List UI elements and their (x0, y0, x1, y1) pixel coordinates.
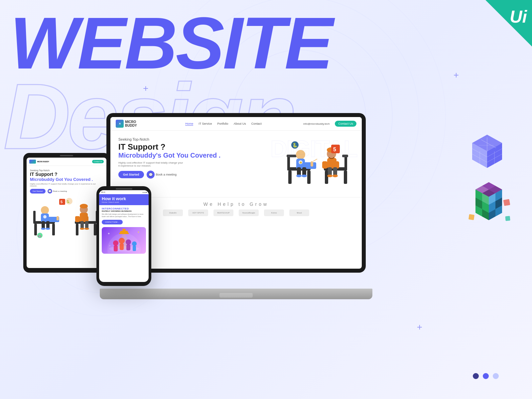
svg-rect-43 (287, 156, 290, 171)
site-nav-email: info@microbuddy.tech (303, 122, 330, 125)
svg-point-98 (80, 228, 84, 230)
svg-rect-82 (42, 221, 45, 228)
hero-text: Seeking Top-Notch IT Support ? Microbudd… (118, 137, 281, 191)
tablet-illustration: 5 🐍 🤖 (30, 196, 103, 239)
hero-title: IT Support ? (118, 143, 281, 151)
ui-badge: Ui (485, 0, 532, 47)
site-logo: ✕ MICROBUDDY (116, 120, 137, 128)
svg-point-45 (296, 150, 305, 159)
phone-section-desc: We offer both design and software develo… (102, 213, 146, 218)
hero-highlight: Microbuddy's Got You Covered . (118, 151, 281, 159)
svg-rect-44 (287, 155, 297, 157)
hero-subtitle: Seeking Top-Notch (118, 137, 281, 141)
phone-status-bar: 09:41 ▲▲■ (99, 190, 149, 194)
svg-point-85 (46, 228, 50, 230)
svg-rect-94 (75, 216, 80, 222)
svg-rect-83 (46, 221, 50, 228)
svg-text:🤖: 🤖 (38, 234, 41, 237)
dots-decoration (473, 373, 499, 379)
nav-portfolio: Portfolio (217, 122, 228, 126)
svg-rect-114 (120, 243, 124, 250)
phone-page-title: How it work (102, 196, 146, 201)
svg-marker-110 (119, 231, 129, 234)
svg-text:✦: ✦ (107, 232, 110, 235)
companies-logos: DialedIn HOT SPOTS BENTECHUP financeBeag… (117, 209, 355, 216)
nav-contact: Contact (251, 122, 262, 126)
plus-decorator-3: + (417, 322, 422, 332)
svg-rect-89 (94, 224, 96, 235)
tablet-hero-title: IT Support ? (30, 172, 103, 177)
site-logo-text: MICROBUDDY (125, 120, 137, 127)
plus-decorator-2: + (454, 70, 459, 80)
plus-decorator-1: + (143, 83, 148, 94)
badge-text: Ui (510, 7, 527, 27)
tablet-contact-btn: Contact Us (92, 160, 104, 163)
phone-section-tag: INTERCONNECTED (102, 207, 146, 210)
svg-rect-81 (57, 216, 59, 220)
tablet-notch (60, 155, 73, 156)
site-nav-links: Home IT Service Portfolio About Us Conta… (144, 122, 304, 126)
svg-point-78 (41, 206, 49, 214)
svg-rect-50 (302, 167, 306, 176)
svg-rect-96 (80, 221, 84, 228)
laptop-site-nav: ✕ MICROBUDDY Home IT Service Portfolio A… (110, 117, 362, 131)
phone-illustration: ✦ ✦ ✦ (102, 227, 146, 254)
phone-breadcrumb: Home / How it work (102, 201, 146, 203)
company-logo-6: Mood (289, 209, 309, 216)
book-icon: 💬 (147, 171, 155, 179)
company-logo-1: DialedIn (163, 209, 183, 216)
svg-rect-58 (344, 171, 347, 184)
svg-point-84 (41, 228, 46, 230)
tablet-book-icon: 💬 (48, 189, 52, 194)
svg-rect-97 (85, 221, 88, 228)
svg-rect-88 (76, 224, 78, 235)
svg-rect-60 (342, 155, 348, 157)
hero-buttons: Get Started 💬 Book a meeting (118, 171, 281, 179)
svg-point-69 (332, 175, 338, 177)
tablet-nav: MICRO BUDDY Contact Us (27, 158, 106, 166)
phone-contact-btn: CONTACT NOW ... (102, 220, 123, 224)
svg-rect-109 (122, 229, 126, 231)
phone-header-bar: How it work Home / How it work (99, 194, 149, 205)
svg-text:✦: ✦ (109, 245, 111, 247)
svg-point-51 (296, 175, 302, 177)
tablet-hero-desc: Highly cost-effective IT support that to… (30, 183, 103, 187)
hero-get-started-btn: Get Started (118, 171, 144, 178)
laptop-base (100, 289, 372, 299)
phone-status-icons: ▲▲■ (142, 191, 147, 193)
svg-text:5: 5 (61, 200, 63, 204)
svg-text:✦: ✦ (137, 231, 140, 234)
company-logo-2: HOT SPOTS (188, 209, 208, 216)
svg-line-53 (313, 159, 317, 161)
svg-point-92 (80, 204, 88, 208)
grow-text: We Help to Grow (117, 201, 355, 207)
phone-section-subtitle: RAPIDLY GROWING BUSINESS (102, 210, 146, 212)
svg-rect-118 (133, 246, 136, 251)
phone-time: 09:41 (101, 191, 105, 193)
svg-point-86 (43, 215, 47, 218)
svg-rect-49 (297, 167, 301, 176)
laptop-touchpad (219, 293, 253, 298)
svg-rect-41 (288, 171, 292, 184)
tablet-screen: MICRO BUDDY Contact Us Seeking Top-Notch… (27, 158, 106, 268)
svg-rect-38 (468, 214, 474, 220)
svg-rect-42 (307, 171, 311, 184)
svg-rect-77 (33, 211, 36, 223)
svg-point-52 (302, 175, 307, 177)
svg-rect-39 (505, 216, 510, 221)
svg-rect-59 (344, 156, 347, 171)
company-logo-5: Knime (264, 209, 284, 216)
dot-1 (473, 373, 479, 379)
svg-point-68 (327, 175, 332, 177)
tablet-logo-text: MICRO BUDDY (37, 161, 49, 163)
svg-point-115 (126, 239, 131, 245)
svg-point-113 (119, 238, 125, 244)
svg-rect-48 (311, 161, 313, 167)
tablet-get-btn: Get Started (30, 189, 46, 194)
phone-mockup: 09:41 ▲▲■ How it work Home / How it work… (96, 186, 151, 286)
svg-rect-76 (52, 224, 55, 235)
svg-text:🐍: 🐍 (66, 200, 70, 203)
svg-rect-37 (503, 199, 510, 206)
cube-decoration-top (469, 133, 505, 170)
svg-text:🐍: 🐍 (292, 142, 298, 148)
